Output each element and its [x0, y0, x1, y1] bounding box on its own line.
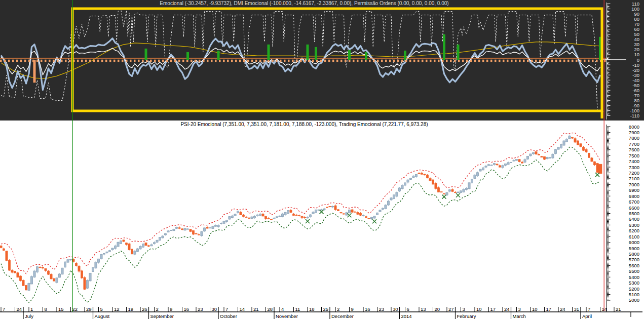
- svg-text:6300: 6300: [629, 222, 639, 228]
- svg-text:2: 2: [337, 306, 339, 312]
- svg-text:5000: 5000: [629, 297, 639, 303]
- svg-text:21: 21: [253, 306, 259, 312]
- x-signals: [306, 173, 599, 223]
- svg-text:18: 18: [309, 306, 315, 312]
- svg-text:2014: 2014: [401, 313, 412, 319]
- svg-text:February: February: [457, 313, 476, 319]
- svg-text:7900: 7900: [629, 130, 639, 135]
- svg-text:6700: 6700: [629, 199, 639, 205]
- svg-text:17: 17: [490, 306, 496, 312]
- svg-text:5300: 5300: [629, 280, 639, 286]
- svg-text:7100: 7100: [629, 176, 639, 181]
- svg-text:29: 29: [86, 306, 92, 312]
- svg-text:28: 28: [268, 306, 273, 312]
- time-axis[interactable]: 724July18152229August5121926September291…: [0, 306, 642, 319]
- svg-text:25: 25: [323, 306, 329, 312]
- svg-text:5900: 5900: [629, 246, 639, 251]
- svg-text:21: 21: [616, 306, 621, 312]
- svg-text:August: August: [95, 313, 110, 319]
- price-panel-title: PSI-20 Emocional (7,351.00, 7,351.00, 7,…: [0, 122, 609, 127]
- svg-text:7700: 7700: [629, 141, 639, 147]
- emocional-line: [1, 38, 600, 90]
- svg-text:3: 3: [518, 306, 521, 312]
- svg-text:23: 23: [379, 306, 385, 312]
- svg-text:November: November: [276, 313, 298, 319]
- svg-text:7: 7: [225, 306, 228, 312]
- svg-text:20: 20: [435, 306, 440, 312]
- svg-text:6800: 6800: [629, 193, 639, 199]
- svg-text:4: 4: [281, 306, 284, 312]
- svg-text:5500: 5500: [629, 268, 639, 274]
- svg-text:6100: 6100: [629, 234, 639, 239]
- svg-text:July: July: [25, 313, 33, 319]
- svg-text:1: 1: [30, 306, 33, 312]
- svg-text:5800: 5800: [629, 251, 639, 257]
- svg-text:March: March: [513, 313, 526, 319]
- svg-text:6: 6: [407, 306, 409, 312]
- svg-text:6400: 6400: [629, 216, 639, 222]
- svg-text:13: 13: [421, 306, 426, 312]
- svg-text:7200: 7200: [629, 170, 639, 176]
- svg-text:23: 23: [198, 306, 203, 312]
- svg-text:6500: 6500: [629, 211, 639, 216]
- indicator-panel-title: Emocional (-30.2457, -9.93732), DMI Emoc…: [0, 1, 609, 6]
- svg-text:10: 10: [476, 306, 482, 312]
- svg-text:December: December: [331, 313, 354, 319]
- svg-text:7: 7: [588, 306, 590, 312]
- svg-text:14: 14: [240, 306, 245, 312]
- svg-text:5200: 5200: [629, 286, 639, 292]
- svg-text:8000: 8000: [629, 124, 639, 130]
- svg-text:24: 24: [560, 306, 565, 312]
- svg-text:10: 10: [532, 306, 538, 312]
- svg-text:16: 16: [365, 306, 370, 312]
- svg-text:31: 31: [574, 306, 580, 312]
- svg-text:9: 9: [170, 306, 172, 312]
- svg-text:5700: 5700: [629, 257, 639, 262]
- price-canvas[interactable]: 8000790078007700760075007400730072007100…: [0, 121, 644, 320]
- svg-text:5600: 5600: [629, 263, 639, 268]
- indicator-canvas[interactable]: 1101009080706050403020100-10-20-30-40-50…: [0, 0, 644, 121]
- svg-text:26: 26: [142, 306, 147, 312]
- svg-text:8: 8: [45, 306, 47, 312]
- svg-text:September: September: [150, 313, 174, 319]
- svg-text:11: 11: [295, 306, 300, 312]
- svg-text:7: 7: [3, 306, 5, 312]
- svg-text:3: 3: [463, 306, 465, 312]
- svg-text:30: 30: [212, 306, 217, 312]
- svg-text:15: 15: [58, 306, 64, 312]
- chart-window: Emocional (-30.2457, -9.93732), DMI Emoc…: [0, 0, 644, 320]
- svg-text:24: 24: [17, 306, 22, 312]
- svg-text:7500: 7500: [629, 153, 639, 158]
- svg-text:April: April: [582, 313, 592, 319]
- svg-text:2: 2: [156, 306, 159, 312]
- indicator-y-axis[interactable]: 1101009080706050403020100-10-20-30-40-50…: [607, 1, 640, 119]
- svg-text:5: 5: [100, 306, 103, 312]
- svg-text:6900: 6900: [629, 187, 639, 193]
- svg-text:6200: 6200: [629, 228, 639, 233]
- svg-text:5100: 5100: [629, 292, 639, 297]
- svg-text:24: 24: [504, 306, 510, 312]
- svg-text:27: 27: [448, 306, 454, 312]
- svg-text:7400: 7400: [629, 158, 639, 164]
- svg-text:-110: -110: [630, 113, 639, 118]
- svg-text:7600: 7600: [629, 147, 639, 152]
- svg-text:16: 16: [184, 306, 190, 312]
- svg-text:5400: 5400: [629, 274, 639, 280]
- svg-text:12: 12: [114, 306, 120, 312]
- svg-text:October: October: [220, 313, 237, 319]
- upper-band: [1, 133, 600, 274]
- svg-text:7000: 7000: [629, 182, 639, 187]
- svg-text:6600: 6600: [629, 205, 639, 211]
- svg-text:19: 19: [128, 306, 134, 312]
- svg-text:6000: 6000: [629, 239, 639, 245]
- svg-text:30: 30: [393, 306, 398, 312]
- price-y-axis[interactable]: 8000790078007700760075007400730072007100…: [607, 124, 640, 312]
- svg-text:17: 17: [546, 306, 552, 312]
- svg-text:7300: 7300: [629, 165, 639, 170]
- svg-text:7800: 7800: [629, 135, 639, 141]
- svg-text:22: 22: [72, 306, 78, 312]
- svg-text:9: 9: [351, 306, 354, 312]
